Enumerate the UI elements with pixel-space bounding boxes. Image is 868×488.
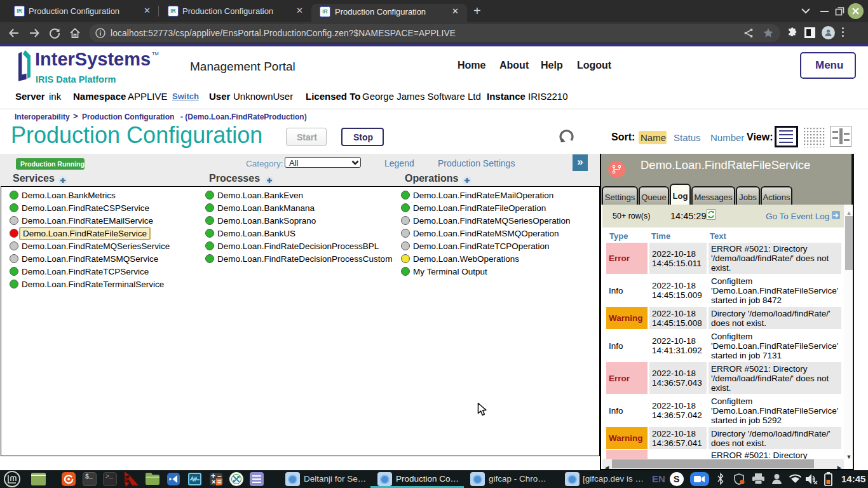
- svg-text:InterSystems: InterSystems: [35, 49, 151, 69]
- svg-text:TM: TM: [152, 51, 159, 57]
- svg-text:IRIS Data Platform: IRIS Data Platform: [36, 74, 116, 85]
